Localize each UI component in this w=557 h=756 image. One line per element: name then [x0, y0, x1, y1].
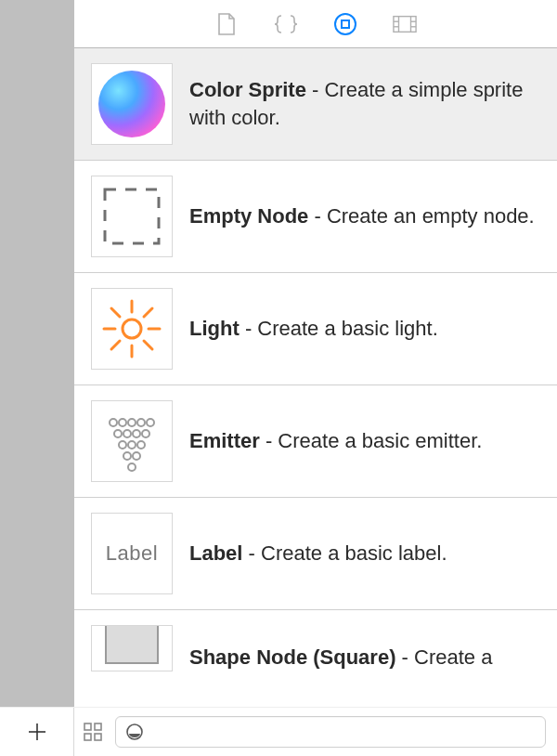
svg-point-28 [142, 430, 149, 437]
item-text: Shape Node (Square) - Create a [189, 644, 492, 671]
svg-line-17 [144, 341, 152, 349]
item-text: Light - Create a basic light. [189, 315, 438, 343]
empty-node-icon [99, 184, 164, 249]
item-title: Color Sprite [189, 78, 306, 101]
svg-rect-2 [394, 16, 416, 32]
item-title: Light [189, 317, 240, 340]
svg-point-21 [119, 419, 126, 426]
svg-point-20 [110, 419, 117, 426]
object-library-list: Color Sprite - Create a simple sprite wi… [74, 48, 557, 707]
library-item-light[interactable]: Light - Create a basic light. [74, 273, 557, 385]
library-item-shape-node-square[interactable]: Shape Node (Square) - Create a [74, 610, 557, 671]
add-button[interactable] [0, 708, 74, 757]
svg-point-29 [119, 441, 126, 449]
svg-point-24 [147, 419, 154, 426]
item-title: Label [189, 541, 242, 565]
plus-icon [26, 721, 48, 743]
label-icon: Label [106, 541, 158, 566]
braces-icon [274, 14, 298, 34]
item-text: Empty Node - Create an empty node. [189, 202, 535, 230]
item-text: Label - Create a basic label. [189, 540, 447, 567]
item-text: Color Sprite - Create a simple sprite wi… [189, 76, 540, 131]
square-icon [98, 625, 165, 671]
bottom-bar [0, 707, 557, 756]
svg-point-22 [128, 419, 136, 426]
thumb-emitter [91, 400, 173, 482]
thumb-label: Label [91, 513, 173, 594]
thumb-empty-node [91, 176, 173, 257]
item-desc: - Create an empty node. [308, 204, 534, 228]
item-desc: - Create a basic emitter. [260, 429, 483, 452]
svg-point-23 [137, 419, 145, 426]
thumb-shape-square [91, 625, 173, 671]
filter-input[interactable] [115, 716, 546, 748]
item-text: Emitter - Create a basic emitter. [189, 427, 482, 455]
search-wrap [111, 716, 557, 748]
svg-point-34 [128, 463, 136, 471]
object-icon [333, 12, 357, 36]
svg-rect-38 [84, 723, 91, 730]
svg-line-18 [144, 308, 152, 317]
svg-rect-35 [106, 625, 158, 663]
svg-rect-39 [95, 723, 101, 730]
emitter-icon [98, 408, 165, 475]
thumb-light [91, 288, 173, 370]
svg-rect-10 [105, 189, 159, 243]
item-title: Empty Node [189, 204, 308, 228]
media-icon [393, 14, 417, 34]
svg-point-30 [128, 441, 136, 449]
library-item-empty-node[interactable]: Empty Node - Create an empty node. [74, 161, 557, 273]
grid-icon [83, 722, 103, 742]
svg-point-27 [133, 430, 140, 437]
library-toolbar [74, 0, 557, 48]
left-gutter [0, 0, 74, 707]
tab-media[interactable] [393, 12, 417, 36]
tab-object[interactable] [333, 12, 357, 36]
svg-point-31 [137, 441, 145, 449]
file-icon [216, 12, 237, 36]
svg-point-25 [114, 430, 122, 437]
view-grid-button[interactable] [74, 722, 111, 742]
item-desc: - Create a basic light. [240, 317, 438, 340]
filter-scope-icon [125, 723, 144, 741]
svg-point-0 [335, 14, 356, 34]
light-icon [98, 295, 165, 362]
tab-file[interactable] [214, 12, 239, 36]
library-item-color-sprite[interactable]: Color Sprite - Create a simple sprite wi… [74, 48, 557, 161]
svg-line-19 [111, 341, 120, 349]
svg-point-9 [98, 71, 165, 137]
svg-point-33 [133, 452, 140, 460]
item-desc: - Create a basic label. [242, 541, 447, 565]
svg-point-11 [123, 319, 141, 338]
svg-rect-1 [342, 20, 349, 28]
item-title: Shape Node (Square) [189, 645, 395, 669]
svg-point-26 [123, 430, 131, 437]
svg-rect-40 [84, 734, 91, 740]
library-item-emitter[interactable]: Emitter - Create a basic emitter. [74, 385, 557, 498]
svg-line-16 [111, 308, 120, 317]
item-desc: - Create a [395, 645, 492, 669]
color-sprite-icon [96, 68, 168, 140]
svg-rect-41 [95, 734, 101, 740]
tab-braces[interactable] [274, 12, 298, 36]
thumb-color-sprite [91, 63, 173, 145]
svg-point-32 [123, 452, 131, 460]
item-title: Emitter [189, 429, 260, 452]
library-item-label[interactable]: Label Label - Create a basic label. [74, 498, 557, 610]
